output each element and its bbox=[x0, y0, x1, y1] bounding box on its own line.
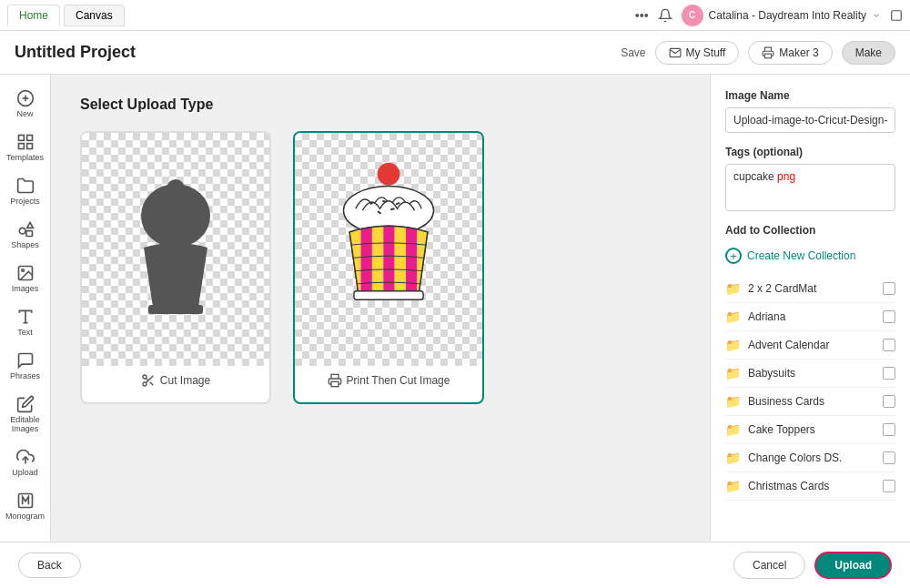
projects-icon bbox=[16, 177, 35, 195]
collection-item-0-checkbox[interactable] bbox=[883, 282, 895, 295]
notifications-button[interactable] bbox=[658, 8, 672, 23]
collection-item-4-name: Business Cards bbox=[748, 395, 824, 408]
cancel-button[interactable]: Cancel bbox=[733, 552, 805, 579]
save-button[interactable]: Save bbox=[621, 46, 645, 59]
top-bar: Home Canvas ••• C Catalina - Daydream In… bbox=[0, 0, 910, 31]
sidebar-item-projects[interactable]: Projects bbox=[0, 169, 50, 213]
make-button[interactable]: Make bbox=[842, 41, 895, 65]
sidebar-item-images[interactable]: Images bbox=[0, 257, 50, 300]
cupcake-color bbox=[316, 158, 461, 340]
collection-item-7: 📁 Christmas Cards bbox=[725, 472, 895, 501]
sidebar-item-editable-images-label: Editable Images bbox=[4, 415, 46, 433]
sidebar-item-text-label: Text bbox=[17, 328, 33, 337]
image-name-label: Image Name bbox=[725, 89, 895, 102]
collection-item-3: 📁 Babysuits bbox=[725, 360, 895, 388]
right-panel-scroll[interactable]: Image Name Tags (optional) cupcake png A… bbox=[711, 75, 910, 542]
svg-line-24 bbox=[149, 382, 153, 386]
bell-icon bbox=[658, 8, 672, 23]
collection-item-1-checkbox[interactable] bbox=[883, 310, 895, 323]
my-stuff-label: My Stuff bbox=[686, 46, 726, 59]
folder-icon-4: 📁 bbox=[725, 394, 741, 409]
tab-canvas[interactable]: Canvas bbox=[64, 5, 125, 26]
sidebar-item-monogram[interactable]: Monogram bbox=[0, 484, 50, 528]
svg-rect-34 bbox=[349, 226, 360, 295]
minimize-button[interactable] bbox=[890, 9, 903, 22]
shapes-icon bbox=[16, 220, 35, 238]
collection-item-7-checkbox[interactable] bbox=[883, 480, 895, 492]
svg-rect-20 bbox=[148, 305, 203, 314]
folder-icon-1: 📁 bbox=[725, 309, 741, 324]
header-actions: Save My Stuff Maker 3 Make bbox=[621, 41, 895, 65]
create-new-collection-label: Create New Collection bbox=[747, 249, 855, 262]
print-then-cut-card[interactable]: Print Then Cut Image bbox=[293, 131, 484, 404]
collection-item-6-checkbox[interactable] bbox=[883, 451, 895, 464]
collection-item-7-left: 📁 Christmas Cards bbox=[725, 479, 829, 493]
image-name-input[interactable] bbox=[725, 107, 895, 133]
sidebar-item-new[interactable]: New bbox=[0, 82, 50, 126]
upload-dialog-title: Select Upload Type bbox=[80, 96, 681, 113]
printer-label-icon bbox=[328, 373, 342, 388]
svg-point-22 bbox=[143, 382, 147, 386]
collection-item-6-name: Change Colors DS. bbox=[748, 451, 842, 464]
more-options-button[interactable]: ••• bbox=[635, 8, 649, 23]
monogram-icon bbox=[16, 492, 35, 510]
sidebar-item-shapes-label: Shapes bbox=[11, 240, 39, 249]
collection-item-4: 📁 Business Cards bbox=[725, 388, 895, 416]
printer-icon bbox=[762, 46, 774, 59]
sidebar-item-upload[interactable]: Upload bbox=[0, 441, 50, 484]
svg-rect-36 bbox=[372, 226, 383, 295]
sidebar-item-phrases-label: Phrases bbox=[10, 371, 40, 380]
edit-image-icon bbox=[16, 395, 35, 413]
upload-button[interactable]: Upload bbox=[814, 552, 892, 579]
tab-home[interactable]: Home bbox=[7, 5, 60, 26]
svg-marker-10 bbox=[26, 223, 33, 228]
my-stuff-button[interactable]: My Stuff bbox=[655, 41, 740, 65]
collection-item-1-name: Adriana bbox=[748, 310, 785, 323]
folder-icon-0: 📁 bbox=[725, 281, 741, 296]
envelope-icon bbox=[669, 46, 682, 59]
sidebar-item-images-label: Images bbox=[12, 284, 39, 293]
back-button[interactable]: Back bbox=[18, 553, 81, 578]
template-icon bbox=[16, 133, 35, 151]
avatar: C bbox=[682, 5, 703, 26]
collection-item-2-checkbox[interactable] bbox=[883, 339, 895, 351]
cut-image-card[interactable]: Cut Image bbox=[80, 131, 271, 404]
svg-line-25 bbox=[146, 378, 148, 380]
svg-rect-11 bbox=[25, 231, 32, 237]
folder-icon-6: 📁 bbox=[725, 451, 741, 465]
folder-icon-2: 📁 bbox=[725, 338, 741, 352]
folder-icon-7: 📁 bbox=[725, 479, 741, 493]
maker-button[interactable]: Maker 3 bbox=[748, 41, 832, 65]
phrases-icon bbox=[16, 351, 35, 370]
folder-icon-3: 📁 bbox=[725, 366, 741, 380]
bottom-left-actions: Back bbox=[18, 553, 81, 578]
sidebar-item-editable-images[interactable]: Editable Images bbox=[0, 388, 50, 441]
collection-item-4-checkbox[interactable] bbox=[883, 395, 895, 408]
create-new-collection-button[interactable]: + Create New Collection bbox=[725, 246, 895, 266]
plus-circle-icon: + bbox=[725, 248, 742, 264]
collection-item-2-left: 📁 Advent Calendar bbox=[725, 338, 829, 352]
collection-item-0-name: 2 x 2 CardMat bbox=[748, 282, 816, 295]
sidebar-item-shapes[interactable]: Shapes bbox=[0, 213, 50, 257]
tags-input[interactable]: cupcake png bbox=[725, 164, 895, 211]
collection-item-1-left: 📁 Adriana bbox=[725, 309, 785, 324]
maker-label: Maker 3 bbox=[779, 46, 818, 59]
user-info[interactable]: C Catalina - Daydream Into Reality bbox=[682, 5, 881, 26]
plus-icon bbox=[16, 89, 35, 107]
window-icon bbox=[890, 9, 903, 22]
content-area: Select Upload Type bbox=[51, 75, 710, 542]
collection-item-3-checkbox[interactable] bbox=[883, 367, 895, 380]
collection-item-5-checkbox[interactable] bbox=[883, 423, 895, 436]
user-name-label: Catalina - Daydream Into Reality bbox=[709, 9, 866, 22]
top-bar-icons: ••• C Catalina - Daydream Into Reality bbox=[635, 5, 903, 26]
sidebar-item-text[interactable]: Text bbox=[0, 300, 50, 344]
svg-rect-0 bbox=[892, 10, 902, 20]
cut-image-preview bbox=[82, 133, 269, 366]
print-cut-image-preview bbox=[295, 133, 482, 366]
upload-cards-container: Cut Image bbox=[80, 131, 681, 404]
sidebar-item-templates[interactable]: Templates bbox=[0, 126, 50, 169]
sidebar-item-phrases[interactable]: Phrases bbox=[0, 344, 50, 388]
sidebar-item-upload-label: Upload bbox=[12, 468, 38, 477]
sidebar-item-projects-label: Projects bbox=[10, 197, 40, 206]
svg-point-13 bbox=[21, 269, 23, 272]
